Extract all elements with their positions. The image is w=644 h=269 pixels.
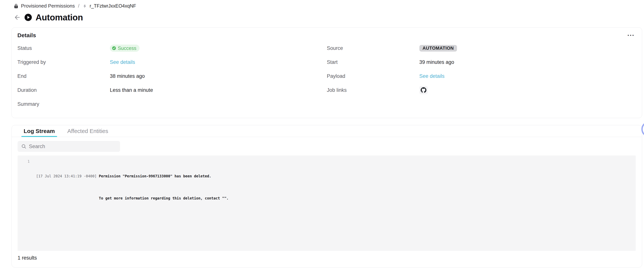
detail-label: Status: [18, 45, 110, 51]
detail-row-start: Start 39 minutes ago: [327, 55, 636, 69]
breadcrumb-root[interactable]: Provisioned Permissions: [21, 3, 75, 9]
detail-label: Summary: [18, 101, 110, 107]
detail-label: Payload: [327, 73, 420, 79]
log-timestamp: [17 Jul 2024 13:41:19 -0400]: [36, 174, 96, 178]
ellipsis-icon[interactable]: •••: [626, 32, 636, 38]
details-grid: Status Success Triggered by See details: [18, 41, 636, 111]
arrow-left-icon: [14, 14, 21, 21]
back-button[interactable]: [14, 14, 21, 21]
details-card-title: Details: [18, 32, 36, 38]
detail-row-job-links: Job links: [327, 83, 636, 97]
detail-label: Source: [327, 45, 420, 51]
lightning-bolt-icon: [83, 3, 87, 8]
log-viewer[interactable]: 1 [17 Jul 2024 13:41:19 -0400]Permission…: [18, 155, 636, 251]
detail-row-duration: Duration Less than a minute: [18, 83, 327, 97]
log-search-box[interactable]: [18, 141, 120, 152]
tab-affected-entities[interactable]: Affected Entities: [65, 125, 110, 137]
detail-label: Triggered by: [18, 59, 110, 65]
check-circle-icon: [112, 46, 116, 50]
log-line: 1 [17 Jul 2024 13:41:19 -0400]Permission…: [18, 158, 636, 217]
tab-content: 1 [17 Jul 2024 13:41:19 -0400]Permission…: [12, 137, 642, 261]
payload-see-details-link[interactable]: See details: [420, 73, 445, 79]
log-message: Permission "Permission-9967133000" has b…: [99, 174, 212, 178]
job-link-button[interactable]: [420, 86, 428, 94]
detail-row-summary: Summary: [18, 97, 327, 111]
detail-label: Start: [327, 59, 420, 65]
details-card: Details ••• Status Success: [12, 27, 642, 118]
detail-label: Duration: [18, 87, 110, 93]
start-value: 39 minutes ago: [420, 59, 454, 65]
details-column-right: Source AUTOMATION Start 39 minutes ago P…: [327, 41, 636, 111]
page-title: Automation: [36, 12, 83, 22]
results-count: 1 results: [18, 255, 636, 261]
log-line-1: [17 Jul 2024 13:41:19 -0400]Permission "…: [36, 173, 228, 180]
detail-row-payload: Payload See details: [327, 69, 636, 83]
detail-label: Job links: [327, 87, 420, 93]
search-icon: [21, 144, 26, 149]
end-value: 38 minutes ago: [110, 73, 145, 79]
page: Provisioned Permissions / r_TFztwrJxxEO4…: [0, 0, 644, 269]
breadcrumb-separator: /: [77, 3, 80, 9]
detail-row-end: End 38 minutes ago: [18, 69, 327, 83]
tab-log-stream[interactable]: Log Stream: [21, 125, 57, 137]
duration-value: Less than a minute: [110, 87, 153, 93]
search-input[interactable]: [29, 144, 118, 149]
log-continuation: To get more information regarding this d…: [36, 195, 228, 202]
detail-row-status: Status Success: [18, 41, 327, 55]
breadcrumb-current: r_TFztwrJxxEO4xqNF: [90, 3, 136, 9]
lock-icon: [14, 3, 18, 8]
log-card: Log Stream Affected Entities 1 [17 Jul 2…: [12, 125, 642, 268]
status-badge-label: Success: [118, 45, 136, 51]
breadcrumb: Provisioned Permissions / r_TFztwrJxxEO4…: [0, 0, 644, 9]
tab-bar: Log Stream Affected Entities: [12, 125, 642, 137]
triggered-by-see-details-link[interactable]: See details: [110, 59, 135, 65]
log-line-number: 1: [18, 158, 30, 217]
details-column-left: Status Success Triggered by See details: [18, 41, 327, 111]
log-line-text: [17 Jul 2024 13:41:19 -0400]Permission "…: [36, 158, 228, 217]
detail-row-triggered-by: Triggered by See details: [18, 55, 327, 69]
play-circle-icon: [24, 13, 32, 21]
page-header: Automation: [0, 12, 644, 22]
detail-row-source: Source AUTOMATION: [327, 41, 636, 55]
detail-label: End: [18, 73, 110, 79]
source-badge: AUTOMATION: [420, 45, 457, 51]
github-icon: [421, 87, 426, 93]
status-badge: Success: [110, 44, 140, 52]
